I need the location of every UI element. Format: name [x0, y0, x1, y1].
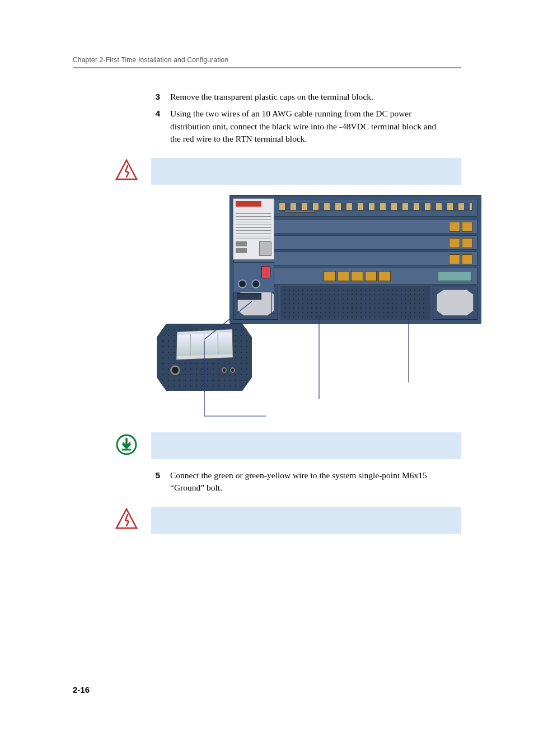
label-text-lines — [236, 213, 271, 239]
step-number: 4 — [151, 108, 160, 145]
weee-icon — [259, 241, 271, 256]
page: Chapter 2-First Time Installation and Co… — [0, 0, 534, 534]
step-3: 3 Remove the transparent plastic caps on… — [151, 91, 442, 103]
callout-bar — [151, 432, 461, 459]
step-number: 3 — [151, 91, 160, 103]
rating-tag — [237, 293, 261, 300]
fan-module-right — [433, 286, 477, 320]
cf-slot — [438, 271, 471, 281]
step-4: 4 Using the two wires of an 10 AWG cable… — [151, 108, 442, 145]
step-text: Using the two wires of an 10 AWG cable r… — [170, 108, 442, 145]
warning-triangle-icon — [115, 508, 138, 530]
breaker-switch-icon — [261, 266, 270, 278]
terminal-block-detail — [157, 324, 252, 391]
terminal-block-figure — [106, 195, 465, 419]
ground-bolt-icon — [170, 365, 180, 375]
warning-callout-1 — [73, 158, 461, 185]
terminal-block-icon — [176, 329, 233, 360]
page-number: 2-16 — [73, 685, 90, 694]
step-text: Remove the transparent plastic caps on t… — [170, 91, 442, 103]
content-column: 3 Remove the transparent plastic caps on… — [151, 91, 442, 146]
warning-triangle-icon — [115, 159, 138, 181]
callout-bar — [151, 158, 461, 185]
info-label-panel — [233, 198, 274, 260]
warning-callout-2 — [73, 507, 461, 534]
top-label — [284, 203, 315, 213]
vent-grille — [280, 286, 430, 320]
step-5: 5 Connect the green or green-yellow wire… — [151, 469, 442, 494]
content-column-2: 5 Connect the green or green-yellow wire… — [151, 469, 442, 494]
brand-logo-icon — [236, 201, 261, 207]
running-header: Chapter 2-First Time Installation and Co… — [73, 56, 461, 67]
step-number: 5 — [151, 469, 160, 494]
step-text: Connect the green or green-yellow wire t… — [170, 469, 442, 494]
callout-bar — [151, 507, 461, 534]
header-rule — [73, 67, 461, 68]
tip-arrow-icon — [115, 433, 138, 456]
power-entry-panel — [233, 262, 274, 292]
tip-callout — [73, 432, 461, 459]
